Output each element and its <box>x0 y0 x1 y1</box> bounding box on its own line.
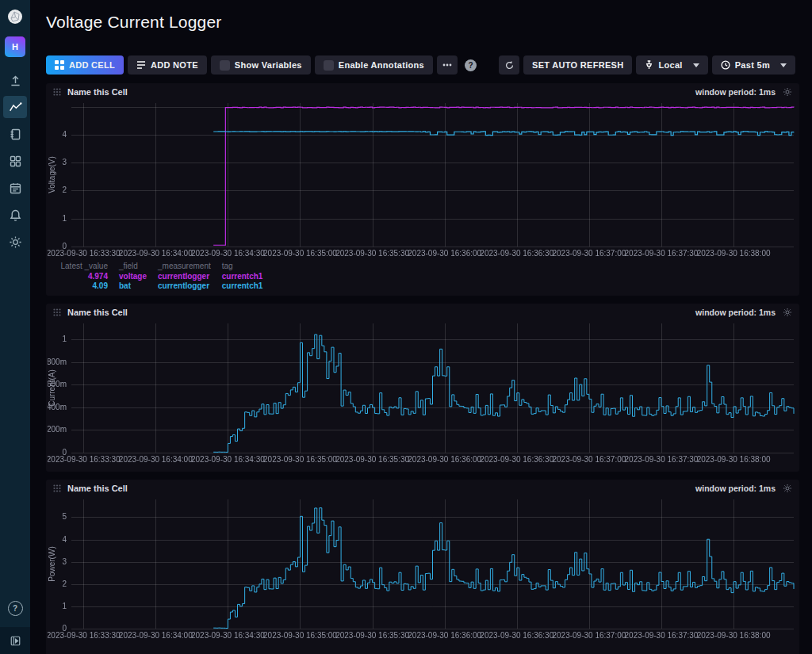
drag-handle-icon[interactable] <box>53 88 61 96</box>
toolbar-help-icon[interactable]: ? <box>465 59 477 71</box>
sidebar-item-settings[interactable] <box>3 231 27 253</box>
set-auto-refresh-label: SET AUTO REFRESH <box>532 60 623 70</box>
main-content: Voltage Current Logger ADD CELL ADD NOTE… <box>30 0 812 654</box>
help-icon[interactable]: ? <box>8 601 23 616</box>
legend-header: Latest _value <box>51 262 119 272</box>
cell-title[interactable]: Name this Cell <box>67 308 128 317</box>
legend-tag: currentch1 <box>222 272 274 281</box>
show-variables-toggle[interactable]: Show Variables <box>211 55 311 75</box>
timezone-label: Local <box>658 60 682 70</box>
window-period-label: window period: 1ms <box>695 484 776 493</box>
time-range-dropdown[interactable]: Past 5m <box>712 55 795 75</box>
legend-header: tag <box>222 262 274 272</box>
add-note-label: ADD NOTE <box>151 60 198 70</box>
gear-icon <box>9 235 22 249</box>
dashboard-cell-voltage: Name this Cell window period: 1ms Latest <box>46 83 799 296</box>
sidebar-item-tasks[interactable] <box>3 177 27 199</box>
legend-row-bat: 4.09 bat currentlogger currentch1 <box>51 281 274 291</box>
add-cell-label: ADD CELL <box>69 60 115 70</box>
set-auto-refresh-button[interactable]: SET AUTO REFRESH <box>523 55 632 75</box>
legend-row-voltage: 4.974 voltage currentlogger currentch1 <box>51 272 274 281</box>
chart-legend: Latest _value _field _measurement tag 4.… <box>48 261 798 296</box>
refresh-button[interactable] <box>499 55 519 75</box>
expand-sidebar-icon <box>10 635 21 647</box>
sidebar-item-alerts[interactable] <box>3 204 27 226</box>
legend-header: _field <box>119 262 158 272</box>
legend-field: voltage <box>119 272 158 281</box>
cell-title[interactable]: Name this Cell <box>67 87 128 97</box>
cell-header: Name this Cell window period: 1ms <box>48 480 798 497</box>
cell-settings-gear-icon[interactable] <box>783 484 792 493</box>
drag-handle-icon[interactable] <box>53 308 61 316</box>
legend-measurement: currentlogger <box>158 281 222 291</box>
clock-icon <box>721 60 730 70</box>
dashboard-cell-current: Name this Cell window period: 1ms <box>46 304 799 472</box>
legend-header: _measurement <box>158 262 222 272</box>
drag-handle-icon[interactable] <box>53 484 61 492</box>
sidebar-item-data-explorer[interactable] <box>3 96 27 118</box>
legend-tag: currentch1 <box>222 281 274 291</box>
pin-icon <box>645 60 653 70</box>
window-period-label: window period: 1ms <box>695 308 776 317</box>
add-cell-button[interactable]: ADD CELL <box>46 55 124 75</box>
graph-icon <box>9 101 22 114</box>
current-chart-canvas[interactable] <box>48 321 798 467</box>
dashboard-cell-power: Name this Cell window period: 1ms <box>46 480 799 654</box>
power-chart-canvas[interactable] <box>48 497 798 643</box>
notebook-icon <box>9 128 22 141</box>
add-cell-grid-icon <box>55 60 64 70</box>
calendar-icon <box>9 182 22 195</box>
show-variables-label: Show Variables <box>235 60 302 70</box>
enable-annotations-checkbox[interactable] <box>324 60 334 71</box>
app-window: H <box>0 0 812 654</box>
legend-field: bat <box>119 281 158 291</box>
dashboards-icon <box>9 155 22 168</box>
note-icon <box>136 60 146 70</box>
legend-measurement: currentlogger <box>158 272 222 281</box>
cell-settings-gear-icon[interactable] <box>783 308 792 317</box>
influxdata-cubo-icon <box>7 9 23 25</box>
add-note-button[interactable]: ADD NOTE <box>128 55 207 75</box>
toolbar: ADD CELL ADD NOTE Show Variables Enable … <box>46 55 799 75</box>
org-avatar[interactable]: H <box>5 36 25 57</box>
upload-icon <box>9 74 22 87</box>
sidebar-item-dashboards[interactable] <box>3 150 27 172</box>
influxdb-logo[interactable] <box>0 0 30 33</box>
cell-title[interactable]: Name this Cell <box>67 484 128 493</box>
show-variables-checkbox[interactable] <box>220 60 230 71</box>
enable-annotations-label: Enable Annotations <box>339 60 424 70</box>
more-options-button[interactable] <box>437 55 458 75</box>
chevron-down-icon <box>693 63 699 67</box>
bell-icon <box>9 208 22 222</box>
voltage-chart-canvas[interactable] <box>48 101 798 261</box>
window-period-label: window period: 1ms <box>695 87 776 97</box>
enable-annotations-toggle[interactable]: Enable Annotations <box>315 55 433 75</box>
cell-settings-gear-icon[interactable] <box>783 87 792 97</box>
sidebar-item-load-data[interactable] <box>3 69 27 91</box>
sidebar-expand-toggle[interactable] <box>0 627 30 654</box>
sidebar-item-notebooks[interactable] <box>3 123 27 145</box>
chevron-down-icon <box>780 63 787 67</box>
cell-header: Name this Cell window period: 1ms <box>48 83 798 101</box>
legend-value: 4.974 <box>51 272 119 281</box>
cell-header: Name this Cell window period: 1ms <box>48 304 798 321</box>
page-title: Voltage Current Logger <box>46 13 799 32</box>
legend-value: 4.09 <box>51 281 119 291</box>
sidebar-nav: H <box>0 0 30 654</box>
refresh-icon <box>504 60 515 71</box>
time-range-label: Past 5m <box>735 60 770 70</box>
ellipsis-icon <box>442 63 452 67</box>
timezone-dropdown[interactable]: Local <box>636 55 707 75</box>
